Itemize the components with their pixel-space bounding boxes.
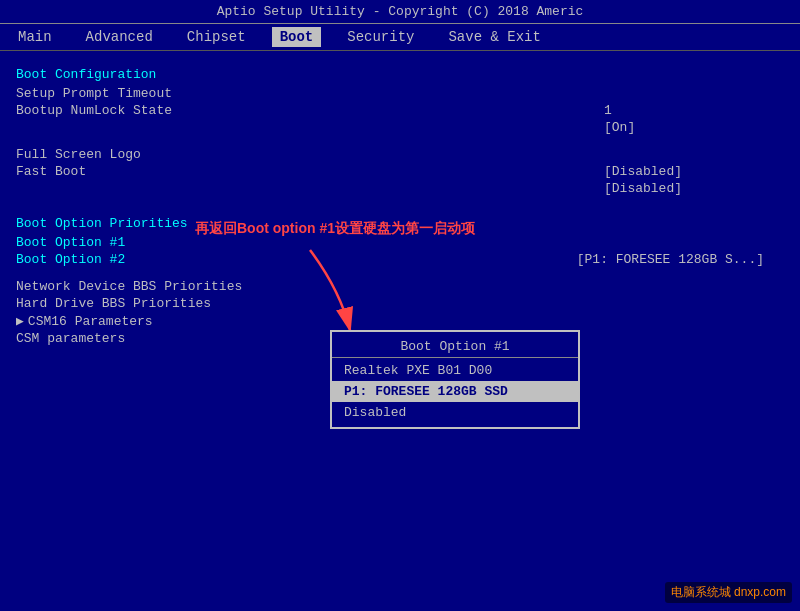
label-network-device: Network Device BBS Priorities [16,279,764,294]
left-panel: Boot Configuration Setup Prompt Timeout … [16,59,784,594]
row-boot-option-2[interactable]: Boot Option #2 [P1: FORESEE 128GB S...] [16,252,764,267]
row-setup-prompt-timeout: Setup Prompt Timeout [16,86,764,101]
arrow-icon: ▶ [16,313,24,329]
label-bootup-numlock: Bootup NumLock State [16,103,604,118]
menu-item-advanced[interactable]: Advanced [78,27,161,47]
content-area: Boot Configuration Setup Prompt Timeout … [0,51,800,602]
menu-item-security[interactable]: Security [339,27,422,47]
label-boot-option-1: Boot Option #1 [16,235,604,250]
label-full-screen-logo: Full Screen Logo [16,147,604,162]
row-bootup-numlock: Bootup NumLock State 1 [16,103,764,118]
row-csm16[interactable]: ▶ CSM16 Parameters [16,313,764,329]
menu-bar: Main Advanced Chipset Boot Security Save… [0,24,800,51]
bios-screen: Aptio Setup Utility - Copyright (C) 2018… [0,0,800,611]
label-setup-prompt-timeout: Setup Prompt Timeout [16,86,604,101]
row-numlock-on: [On] [16,120,764,135]
label-hard-drive: Hard Drive BBS Priorities [16,296,764,311]
row-hard-drive[interactable]: Hard Drive BBS Priorities [16,296,764,311]
watermark: 电脑系统城 dnxp.com [665,582,792,603]
label-csm16: CSM16 Parameters [28,314,764,329]
label-fast-boot: Fast Boot [16,164,604,179]
dropdown-item-disabled[interactable]: Disabled [332,402,578,423]
section-boot-priorities: Boot Option Priorities [16,216,764,231]
label-boot-option-2: Boot Option #2 [16,252,577,267]
row-fast-boot-disabled: [Disabled] [16,181,764,196]
value-fast-boot: [Disabled] [604,164,764,179]
section-boot-configuration: Boot Configuration [16,67,764,82]
row-full-screen-logo: Full Screen Logo [16,147,764,162]
boot-option-dropdown[interactable]: Boot Option #1 Realtek PXE B01 D00 P1: F… [330,330,580,429]
title-bar: Aptio Setup Utility - Copyright (C) 2018… [0,0,800,24]
value-boot-option-2: [P1: FORESEE 128GB S...] [577,252,764,267]
menu-item-boot[interactable]: Boot [272,27,322,47]
dropdown-title: Boot Option #1 [332,336,578,358]
row-network-device[interactable]: Network Device BBS Priorities [16,279,764,294]
row-fast-boot: Fast Boot [Disabled] [16,164,764,179]
value-fast-boot-disabled: [Disabled] [604,181,764,196]
menu-item-save-exit[interactable]: Save & Exit [440,27,548,47]
row-boot-option-1[interactable]: Boot Option #1 [16,235,764,250]
value-numlock-on: [On] [604,120,764,135]
dropdown-item-foresee[interactable]: P1: FORESEE 128GB SSD [332,381,578,402]
menu-item-chipset[interactable]: Chipset [179,27,254,47]
value-bootup-numlock: 1 [604,103,764,118]
menu-item-main[interactable]: Main [10,27,60,47]
title-text: Aptio Setup Utility - Copyright (C) 2018… [217,4,584,19]
dropdown-item-realtek[interactable]: Realtek PXE B01 D00 [332,360,578,381]
